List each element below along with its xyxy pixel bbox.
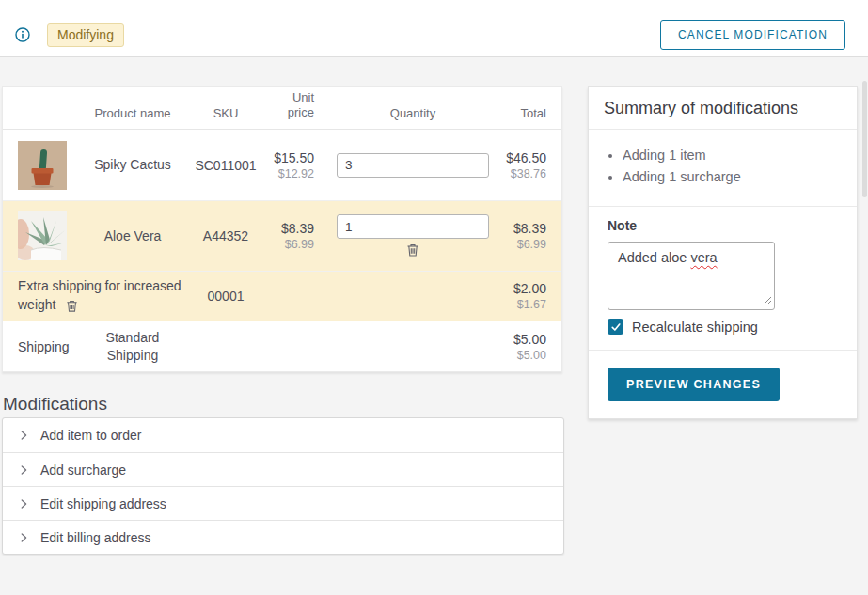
accordion-label: Add surcharge: [40, 462, 126, 478]
accordion-add-surcharge[interactable]: Add surcharge: [3, 452, 563, 486]
note-text: Added aloe: [618, 250, 690, 265]
total-secondary: $38.76: [504, 167, 546, 180]
note-section: Note Added aloe vera Recalculate shippin…: [589, 207, 857, 351]
accordion-add-item-to-order[interactable]: Add item to order: [3, 418, 563, 452]
accordion-edit-shipping-address[interactable]: Edit shipping address: [3, 486, 563, 520]
product-image-aloe-vera: [3, 211, 82, 260]
preview-changes-button[interactable]: PREVIEW CHANGES: [608, 368, 780, 401]
shipping-label: Shipping: [3, 339, 82, 354]
shipping-method: Standard Shipping: [82, 329, 183, 363]
top-bar: Modifying CANCEL MODIFICATION: [0, 0, 868, 57]
table-row-aloe-vera: Aloe Vera A44352 $8.39 $6.99 $8.39: [3, 201, 561, 272]
table-row-surcharge: Extra shipping for increased weight 0000…: [3, 272, 561, 321]
quantity-input-aloe-vera[interactable]: [337, 214, 489, 239]
total-cell: $2.00 $1.67: [504, 281, 561, 311]
textarea-resize-handle[interactable]: [764, 292, 772, 307]
accordion-label: Edit billing address: [40, 530, 151, 545]
surcharge-label: Extra shipping for increased weight: [18, 278, 181, 312]
recalculate-shipping-checkbox[interactable]: [608, 319, 623, 335]
total-secondary: $5.00: [504, 349, 546, 362]
product-name: Spiky Cactus: [82, 156, 183, 173]
order-table: Product name SKU Unit price Quantity Tot…: [2, 86, 562, 372]
summary-item: Adding 1 surcharge: [623, 169, 842, 184]
summary-of-modifications-panel: Summary of modifications Adding 1 item A…: [588, 86, 858, 419]
table-row-shipping: Shipping Standard Shipping $5.00 $5.00: [3, 321, 561, 371]
total-secondary: $1.67: [504, 298, 546, 311]
vertical-scrollbar[interactable]: [862, 81, 867, 197]
accordion-label: Edit shipping address: [40, 496, 166, 511]
product-sku: A44352: [183, 228, 268, 243]
product-name: Aloe Vera: [82, 227, 183, 244]
total-cell: $8.39 $6.99: [504, 221, 561, 251]
column-header-product-name: Product name: [82, 106, 183, 120]
total: $5.00: [504, 332, 546, 347]
column-header-sku: SKU: [183, 106, 268, 120]
total: $46.50: [504, 150, 546, 165]
recalculate-shipping-row: Recalculate shipping: [608, 319, 838, 335]
recalculate-shipping-label[interactable]: Recalculate shipping: [632, 320, 758, 335]
product-sku: SC011001: [183, 158, 268, 173]
total: $2.00: [504, 281, 546, 296]
surcharge-sku: 00001: [183, 289, 268, 304]
summary-list: Adding 1 item Adding 1 surcharge: [589, 130, 857, 207]
total: $8.39: [504, 221, 546, 236]
accordion-label: Add item to order: [40, 428, 141, 443]
trash-icon: [405, 243, 420, 258]
unit-price-cell: $8.39 $6.99: [268, 221, 322, 251]
unit-price-secondary: $6.99: [268, 238, 314, 251]
chevron-right-icon: [17, 429, 30, 442]
info-icon[interactable]: [15, 27, 30, 42]
status-badge: Modifying: [47, 23, 124, 47]
unit-price-cell: $15.50 $12.92: [268, 150, 322, 180]
chevron-right-icon: [17, 497, 30, 510]
table-row-spiky-cactus: Spiky Cactus SC011001 $15.50 $12.92 $46.…: [3, 130, 561, 201]
summary-actions: PREVIEW CHANGES: [589, 351, 857, 418]
modifications-accordion: Add item to order Add surcharge Edit shi…: [2, 417, 564, 555]
delete-item-button[interactable]: [405, 243, 420, 258]
summary-item: Adding 1 item: [623, 148, 842, 163]
checkmark-icon: [610, 321, 622, 333]
product-image-spiky-cactus: [3, 141, 82, 190]
unit-price-secondary: $12.92: [268, 167, 314, 180]
table-header-row: Product name SKU Unit price Quantity Tot…: [3, 87, 561, 130]
unit-price: $15.50: [268, 150, 314, 165]
column-header-quantity: Quantity: [322, 106, 504, 120]
total-cell: $46.50 $38.76: [504, 150, 561, 180]
column-header-unit-price: Unit price: [268, 90, 322, 121]
summary-title: Summary of modifications: [589, 87, 857, 130]
chevron-right-icon: [17, 531, 30, 544]
total-secondary: $6.99: [504, 238, 546, 251]
total-cell: $5.00 $5.00: [504, 332, 561, 362]
modifications-title: Modifications: [3, 394, 107, 415]
delete-surcharge-button[interactable]: [65, 299, 79, 313]
column-header-total: Total: [504, 106, 561, 120]
note-misspelled-word: vera: [690, 250, 717, 265]
note-label: Note: [608, 218, 838, 233]
cancel-modification-button[interactable]: CANCEL MODIFICATION: [660, 20, 845, 50]
unit-price: $8.39: [268, 221, 314, 236]
quantity-input-spiky-cactus[interactable]: [337, 153, 489, 178]
chevron-right-icon: [17, 463, 30, 477]
accordion-edit-billing-address[interactable]: Edit billing address: [3, 520, 563, 554]
trash-icon: [65, 299, 79, 313]
note-textarea[interactable]: Added aloe vera: [608, 242, 775, 310]
